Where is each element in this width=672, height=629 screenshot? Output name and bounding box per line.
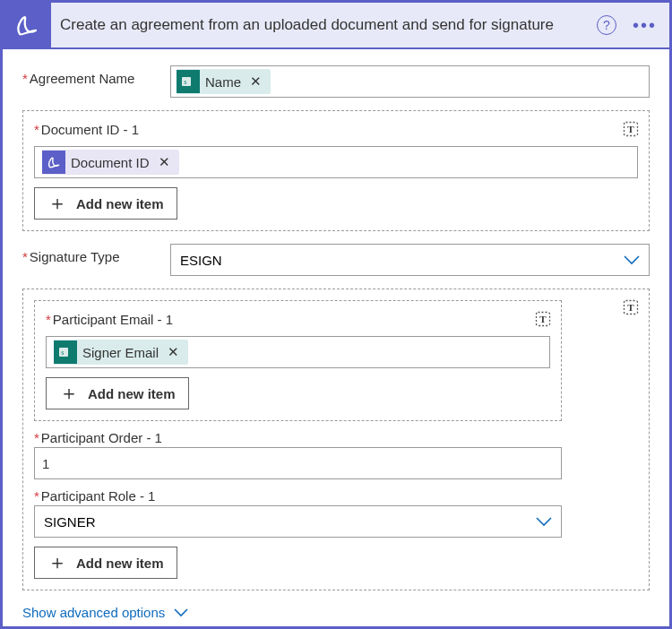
document-id-group: *Document ID - 1 T Document ID ✕ ＋ Add n… bbox=[22, 110, 650, 231]
show-advanced-options-link[interactable]: Show advanced options bbox=[22, 603, 650, 620]
add-participant-label: Add new item bbox=[76, 556, 164, 571]
adobe-acrobat-icon bbox=[3, 2, 51, 48]
switch-to-text-mode-icon[interactable]: T bbox=[622, 120, 640, 138]
participant-order-value: 1 bbox=[42, 456, 49, 471]
switch-to-text-mode-icon[interactable]: T bbox=[622, 298, 640, 316]
participant-role-block: *Participant Role - 1 SIGNER bbox=[34, 488, 562, 538]
svg-text:s: s bbox=[61, 349, 64, 357]
add-document-button[interactable]: ＋ Add new item bbox=[34, 187, 177, 220]
signature-type-row: *Signature Type ESIGN bbox=[22, 244, 650, 276]
remove-pill-icon[interactable]: ✕ bbox=[164, 344, 183, 360]
chevron-down-icon bbox=[536, 516, 552, 527]
signature-type-label: *Signature Type bbox=[22, 244, 161, 264]
participant-role-label: *Participant Role - 1 bbox=[34, 488, 562, 504]
document-id-field[interactable]: Document ID ✕ bbox=[34, 146, 638, 178]
plus-icon: ＋ bbox=[47, 553, 67, 573]
svg-text:s: s bbox=[184, 78, 186, 86]
participant-email-group: T *Participant Email - 1 s Signer Email … bbox=[34, 300, 562, 421]
svg-text:T: T bbox=[627, 302, 634, 313]
participant-role-select[interactable]: SIGNER bbox=[34, 505, 562, 538]
agreement-name-field[interactable]: s Name ✕ bbox=[170, 65, 650, 98]
document-id-label: *Document ID - 1 bbox=[34, 122, 139, 137]
participant-group: T T *Participant Email - 1 s Signer Emai… bbox=[22, 289, 650, 590]
remove-pill-icon[interactable]: ✕ bbox=[246, 73, 265, 90]
sharepoint-icon: s bbox=[177, 70, 200, 93]
add-document-label: Add new item bbox=[76, 196, 164, 211]
add-participant-email-label: Add new item bbox=[88, 386, 176, 401]
pill-text: Document ID bbox=[71, 155, 150, 170]
action-title: Create an agreement from an uploaded doc… bbox=[60, 16, 588, 34]
participant-role-value: SIGNER bbox=[44, 514, 96, 530]
add-participant-button[interactable]: ＋ Add new item bbox=[34, 547, 177, 579]
dynamic-content-pill-name[interactable]: s Name ✕ bbox=[177, 69, 271, 94]
agreement-name-label: *Agreement Name bbox=[22, 65, 161, 86]
switch-to-text-mode-icon[interactable]: T bbox=[534, 310, 552, 328]
participant-email-label: *Participant Email - 1 bbox=[46, 312, 550, 327]
help-icon[interactable]: ? bbox=[597, 15, 616, 35]
remove-pill-icon[interactable]: ✕ bbox=[155, 154, 174, 170]
chevron-down-icon bbox=[624, 254, 640, 265]
adobe-sign-icon bbox=[42, 151, 65, 174]
chevron-down-icon bbox=[174, 608, 188, 617]
dynamic-content-pill-signer-email[interactable]: s Signer Email ✕ bbox=[54, 340, 188, 365]
more-menu-icon[interactable]: ••• bbox=[633, 16, 657, 34]
plus-icon: ＋ bbox=[47, 194, 67, 213]
svg-text:T: T bbox=[539, 314, 547, 324]
signature-type-select[interactable]: ESIGN bbox=[170, 244, 650, 276]
pill-text: Signer Email bbox=[82, 345, 159, 360]
plus-icon: ＋ bbox=[59, 383, 79, 403]
participant-order-block: *Participant Order - 1 1 bbox=[34, 430, 562, 479]
participant-order-label: *Participant Order - 1 bbox=[34, 430, 562, 445]
add-participant-email-button[interactable]: ＋ Add new item bbox=[46, 377, 189, 409]
participant-email-field[interactable]: s Signer Email ✕ bbox=[46, 336, 550, 368]
participant-order-field[interactable]: 1 bbox=[34, 447, 562, 479]
signature-type-value: ESIGN bbox=[180, 253, 222, 268]
dynamic-content-pill-document-id[interactable]: Document ID ✕ bbox=[42, 150, 179, 175]
agreement-name-row: *Agreement Name s Name ✕ bbox=[22, 65, 650, 98]
advanced-label: Show advanced options bbox=[22, 605, 165, 620]
action-header: Create an agreement from an uploaded doc… bbox=[3, 3, 669, 49]
pill-text: Name bbox=[205, 74, 241, 90]
sharepoint-icon: s bbox=[54, 340, 77, 364]
svg-text:T: T bbox=[627, 124, 634, 134]
